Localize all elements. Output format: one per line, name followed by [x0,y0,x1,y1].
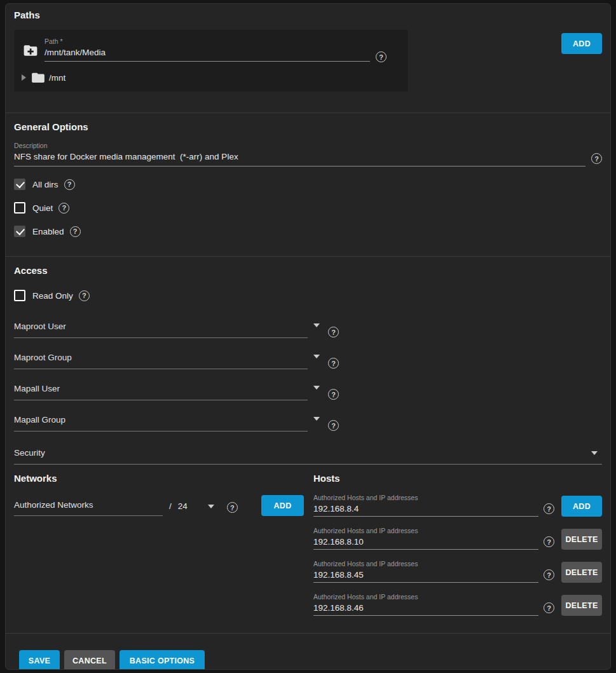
add-path-button[interactable]: ADD [561,33,602,54]
host-row: Authorized Hosts and IP addresses 192.16… [313,560,602,583]
tree-node-mnt[interactable]: /mnt [22,72,402,83]
host-value[interactable]: 192.168.8.4 [313,503,538,514]
path-input[interactable]: Path * /mnt/tank/Media [44,37,370,62]
access-section-title: Access [6,265,610,276]
dropdown-arrow-icon[interactable] [313,386,320,390]
cidr-prefix-value[interactable]: 24 [178,501,188,511]
path-label: Path * [44,37,370,46]
mapall-user-select[interactable]: Mapall User [14,384,308,400]
quiet-help-icon[interactable]: ? [58,203,69,214]
mapall-group-help-icon[interactable]: ? [328,420,339,431]
host-row: Authorized Hosts and IP addresses 192.16… [313,527,602,550]
dropdown-arrow-icon[interactable] [313,417,320,421]
host-help-icon[interactable]: ? [544,503,554,514]
host-value[interactable]: 192.168.8.45 [313,569,538,580]
cancel-button[interactable]: CANCEL [64,650,115,670]
description-row: Description NFS share for Docker media m… [6,142,610,167]
dropdown-arrow-icon[interactable] [313,323,320,327]
nfs-share-form: Paths Path * /mnt/tank/Media ? [5,3,611,670]
cidr-separator: / [169,501,172,511]
dropdown-arrow-icon[interactable] [208,505,214,508]
quiet-label: Quiet [32,203,53,213]
delete-host-button[interactable]: DELETE [561,562,602,583]
maproot-user-select[interactable]: Maproot User [14,322,308,338]
path-explorer-panel: Path * /mnt/tank/Media ? /mnt [14,30,408,92]
readonly-checkbox[interactable] [14,290,25,301]
host-input[interactable]: Authorized Hosts and IP addresses 192.16… [313,494,538,517]
general-section-title: General Options [6,121,610,133]
hosts-section-title: Hosts [313,473,602,484]
maproot-group-label: Maproot Group [14,353,308,363]
host-label: Authorized Hosts and IP addresses [313,494,538,502]
host-input[interactable]: Authorized Hosts and IP addresses 192.16… [313,593,538,616]
section-divider [6,256,610,257]
enabled-checkbox[interactable] [14,226,25,237]
readonly-row: Read Only ? [6,290,610,301]
mapall-group-row: Mapall Group ? [6,415,610,432]
maproot-group-select[interactable]: Maproot Group [14,353,308,369]
tree-node-label: /mnt [49,73,65,83]
dropdown-arrow-icon[interactable] [591,451,598,455]
delete-host-button[interactable]: DELETE [561,529,602,550]
description-input[interactable]: Description NFS share for Docker media m… [14,142,585,167]
mapall-user-row: Mapall User ? [6,384,610,400]
maproot-group-help-icon[interactable]: ? [328,358,339,369]
host-value[interactable]: 192.168.8.46 [313,602,538,613]
readonly-label: Read Only [32,291,73,301]
host-label: Authorized Hosts and IP addresses [313,593,538,601]
hosts-column: Hosts Authorized Hosts and IP addresses … [313,473,602,616]
host-help-icon[interactable]: ? [544,602,554,613]
path-value[interactable]: /mnt/tank/Media [44,47,370,58]
mapall-group-select[interactable]: Mapall Group [14,415,308,432]
security-row: Security [6,448,610,465]
security-label: Security [14,448,602,458]
maproot-user-help-icon[interactable]: ? [328,327,339,337]
create-folder-icon[interactable] [22,43,39,61]
networks-section-title: Networks [14,473,304,484]
paths-section-title: Paths [6,10,610,21]
mapall-group-label: Mapall Group [14,415,308,425]
networks-hosts-columns: Networks Authorized Networks / 24 ? ADD … [6,473,610,616]
dropdown-arrow-icon[interactable] [313,355,320,358]
host-value[interactable]: 192.168.8.10 [313,536,538,547]
host-row: Authorized Hosts and IP addresses 192.16… [313,593,602,616]
add-host-button[interactable]: ADD [561,496,602,517]
host-help-icon[interactable]: ? [544,536,554,547]
expand-caret-icon[interactable] [22,74,26,81]
host-row: Authorized Hosts and IP addresses 192.16… [313,494,602,517]
alldirs-label: All dirs [32,180,58,189]
enabled-row: Enabled ? [6,226,610,237]
alldirs-checkbox[interactable] [14,179,25,190]
maproot-group-row: Maproot Group ? [6,353,610,369]
path-help-icon[interactable]: ? [376,51,387,62]
mapall-user-help-icon[interactable]: ? [328,389,339,400]
quiet-row: Quiet ? [6,202,610,214]
folder-icon [31,72,45,83]
description-help-icon[interactable]: ? [591,153,602,164]
authorized-networks-label: Authorized Networks [14,500,163,510]
alldirs-help-icon[interactable]: ? [64,179,75,190]
host-label: Authorized Hosts and IP addresses [313,560,538,568]
quiet-checkbox[interactable] [14,202,25,214]
description-label: Description [14,142,585,150]
networks-column: Networks Authorized Networks / 24 ? ADD [14,473,304,516]
host-label: Authorized Hosts and IP addresses [313,527,538,535]
delete-host-button[interactable]: DELETE [561,595,602,616]
mapall-user-label: Mapall User [14,384,308,394]
security-select[interactable]: Security [14,448,602,465]
authorized-networks-input[interactable]: Authorized Networks [14,500,163,516]
host-input[interactable]: Authorized Hosts and IP addresses 192.16… [313,527,538,550]
readonly-help-icon[interactable]: ? [79,290,90,301]
add-network-button[interactable]: ADD [261,495,304,516]
paths-row: Path * /mnt/tank/Media ? /mnt ADD [6,30,610,92]
network-help-icon[interactable]: ? [227,502,238,513]
maproot-user-label: Maproot User [14,322,308,332]
enabled-help-icon[interactable]: ? [70,226,81,237]
enabled-label: Enabled [32,227,64,236]
description-value[interactable]: NFS share for Docker media management (*… [14,151,585,162]
host-help-icon[interactable]: ? [544,569,554,580]
save-button[interactable]: SAVE [19,650,60,670]
host-input[interactable]: Authorized Hosts and IP addresses 192.16… [313,560,538,583]
basic-options-button[interactable]: BASIC OPTIONS [120,650,205,670]
section-divider [6,112,610,113]
